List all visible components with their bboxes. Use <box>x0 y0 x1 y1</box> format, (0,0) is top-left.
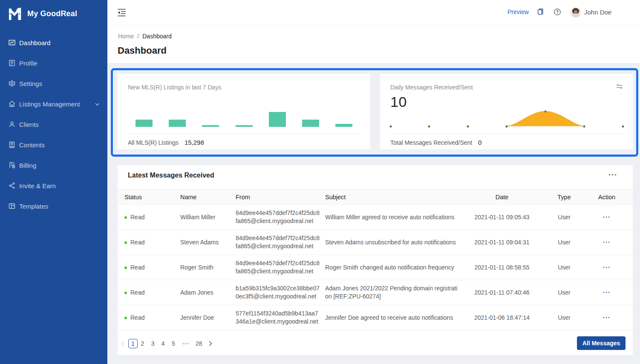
svg-text:?: ? <box>556 10 559 14</box>
